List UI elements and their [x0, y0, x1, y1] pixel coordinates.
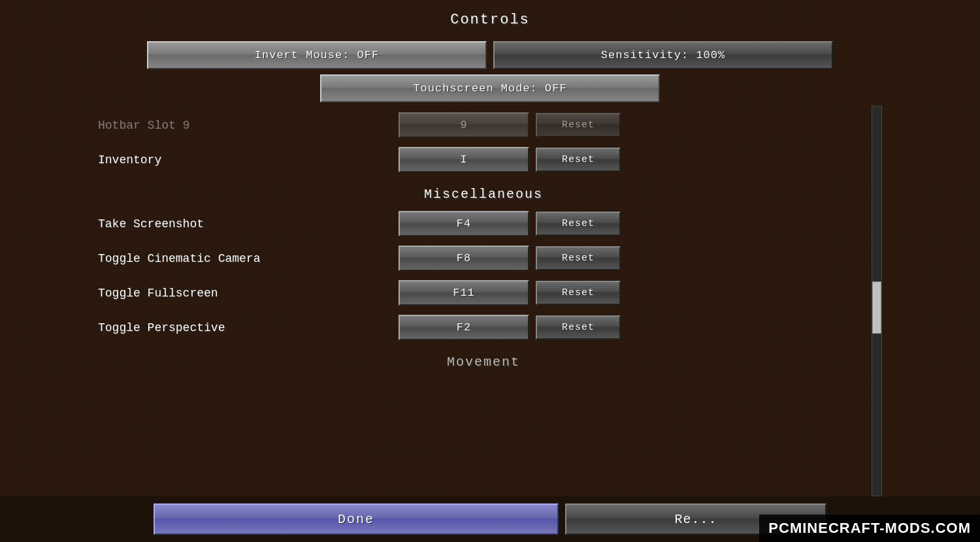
movement-section-header: Movement: [98, 355, 869, 370]
content-area: Hotbar Slot 9 9 Reset Inventory I Reset …: [98, 106, 882, 496]
inventory-key-button[interactable]: I: [399, 147, 529, 172]
inventory-reset-button[interactable]: Reset: [536, 148, 621, 172]
toggle-perspective-controls: F2 Reset: [399, 315, 621, 340]
inventory-label: Inventory: [98, 153, 399, 167]
scrollbar[interactable]: [872, 106, 882, 496]
toggle-perspective-reset-button[interactable]: Reset: [536, 315, 621, 340]
toggle-cinematic-key-button[interactable]: F8: [399, 246, 529, 271]
toggle-perspective-key-button[interactable]: F2: [399, 315, 529, 340]
toggle-cinematic-reset-button[interactable]: Reset: [536, 246, 621, 270]
toggle-fullscreen-key-button[interactable]: F11: [399, 280, 529, 306]
toggle-cinematic-row: Toggle Cinematic Camera F8 Reset: [98, 243, 869, 274]
hotbar-slot9-label: Hotbar Slot 9: [98, 119, 399, 132]
take-screenshot-controls: F4 Reset: [399, 211, 621, 236]
hotbar-slot9-reset-button[interactable]: Reset: [536, 113, 621, 137]
done-button[interactable]: Done: [154, 503, 559, 535]
take-screenshot-key-button[interactable]: F4: [399, 211, 529, 236]
misc-section-header: Miscellaneous: [98, 187, 869, 202]
toggle-fullscreen-reset-button[interactable]: Reset: [536, 281, 621, 305]
hotbar-slot9-key-button[interactable]: 9: [399, 112, 529, 138]
toggle-perspective-row: Toggle Perspective F2 Reset: [98, 312, 869, 343]
hotbar-slot9-controls: 9 Reset: [399, 112, 621, 138]
watermark-text: PCMINECRAFT-MODS.COM: [768, 520, 971, 536]
toggle-cinematic-controls: F8 Reset: [399, 246, 621, 271]
scroll-container[interactable]: Hotbar Slot 9 9 Reset Inventory I Reset …: [98, 106, 882, 496]
touchscreen-mode-button[interactable]: Touchscreen Mode: OFF: [320, 74, 660, 103]
toggle-fullscreen-label: Toggle Fullscreen: [98, 287, 399, 300]
take-screenshot-label: Take Screenshot: [98, 217, 399, 231]
toggle-cinematic-label: Toggle Cinematic Camera: [98, 252, 399, 265]
hotbar-slot9-row: Hotbar Slot 9 9 Reset: [98, 110, 869, 140]
invert-mouse-button[interactable]: Invert Mouse: OFF: [147, 41, 487, 69]
toggle-fullscreen-controls: F11 Reset: [399, 280, 621, 306]
scrollbar-thumb[interactable]: [872, 281, 881, 334]
toggle-fullscreen-row: Toggle Fullscreen F11 Reset: [98, 278, 869, 308]
sensitivity-button[interactable]: Sensitivity: 100%: [493, 41, 833, 69]
inventory-controls: I Reset: [399, 147, 621, 172]
take-screenshot-reset-button[interactable]: Reset: [536, 212, 621, 236]
take-screenshot-row: Take Screenshot F4 Reset: [98, 208, 869, 239]
controls-top-buttons-row2: Touchscreen Mode: OFF: [0, 74, 980, 103]
inventory-row: Inventory I Reset: [98, 144, 869, 175]
controls-title: Controls: [0, 12, 980, 28]
controls-top-buttons-row1: Invert Mouse: OFF Sensitivity: 100%: [0, 41, 980, 69]
watermark: PCMINECRAFT-MODS.COM: [759, 515, 980, 542]
controls-header: Controls: [0, 0, 980, 35]
toggle-perspective-label: Toggle Perspective: [98, 321, 399, 334]
